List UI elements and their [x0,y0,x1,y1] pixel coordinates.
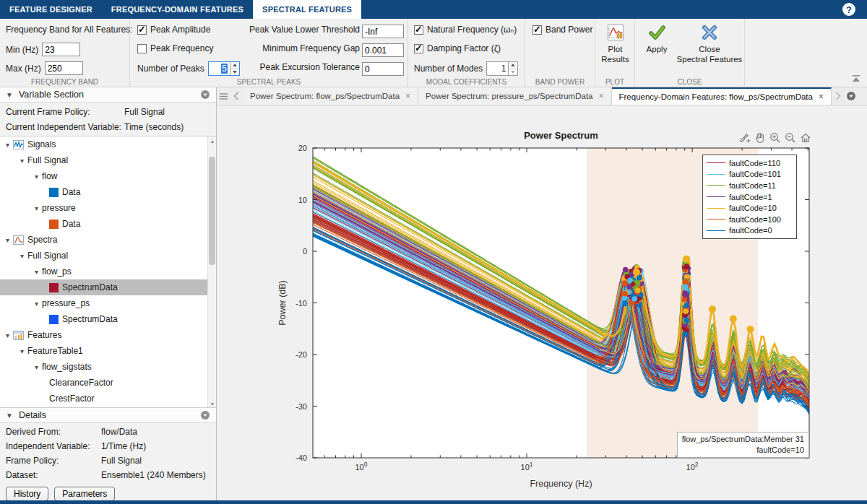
tree-item-pressure[interactable]: ▾pressure [0,200,216,216]
max-hz-field[interactable] [45,61,83,75]
tree-item-flow-sigstats[interactable]: ▾flow_sigstats [0,359,216,375]
expander-icon[interactable]: ▾ [35,204,38,212]
expander-icon[interactable]: ▾ [20,252,24,260]
zoom-in-icon[interactable] [769,131,781,144]
section-spectral-peaks: Peak Amplitude Peak Frequency Number of … [130,19,408,87]
expander-icon[interactable]: ▾ [6,331,9,339]
zoom-out-icon[interactable] [784,131,796,144]
power-spectrum-figure[interactable]: 10010110220100-10-20-30-40Power Spectrum… [217,105,867,500]
tree-item-full-signal[interactable]: ▾Full Signal [0,152,216,168]
variable-section-header[interactable]: ▼ Variable Section [0,87,216,103]
help-icon[interactable]: ? [842,3,855,16]
close-spectral-features-button[interactable]: CloseSpectral Features [676,23,743,64]
tree-item-spectrumdata[interactable]: SpectrumData [0,279,216,295]
tabs-scroll-right-icon[interactable] [832,87,845,105]
data-tip-faultcode: faultCode=10 [682,445,804,456]
frequency-band-section-label: FREQUENCY BAND [0,78,129,86]
expander-icon[interactable]: ▾ [35,300,38,308]
close-x-icon [700,23,719,42]
damping-factor-checkbox[interactable] [414,44,423,53]
expander-icon[interactable]: ▾ [20,157,24,165]
expander-icon[interactable]: ▾ [20,347,24,355]
document-tab[interactable]: Power Spectrum: pressure_ps/SpectrumData… [418,87,611,105]
tree-item-full-signal[interactable]: ▾Full Signal [0,248,216,264]
data-tip[interactable]: flow_ps/SpectrumData:Member 31 faultCode… [677,432,809,458]
tree-item-featuretable1[interactable]: ▾FeatureTable1 [0,343,216,359]
chart-title: Power Spectrum [524,130,598,141]
legend-label: faultCode=110 [729,159,780,168]
collapse-toolstrip-icon[interactable] [851,74,861,82]
tree-item-spectra[interactable]: ▾Spectra [0,232,216,248]
tabs-scroll-left-icon[interactable] [230,87,243,105]
tree-item-data[interactable]: Data [0,216,216,232]
tree-item-pressure-ps[interactable]: ▾pressure_ps [0,295,216,311]
peak-excursion-field[interactable] [362,62,404,76]
plot-legend[interactable]: faultCode=110faultCode=101faultCode=11fa… [702,155,797,239]
tree-item-signals[interactable]: ▾Signals [0,136,216,152]
ribbon-tab-frequency-domain-features[interactable]: FREQUENCY-DOMAIN FEATURES [102,0,253,19]
document-tab[interactable]: Power Spectrum: flow_ps/SpectrumData× [243,87,418,105]
band-power-checkbox[interactable] [532,25,542,35]
plot-results-icon [606,23,625,42]
peak-threshold-label: Peak Value Lower Threshold [249,25,360,35]
plot-results-button[interactable]: PlotResults [595,23,635,64]
details-header[interactable]: ▼ Details [0,408,216,423]
expander-icon[interactable]: ▾ [6,236,9,244]
tree-item-spectrumdata[interactable]: SpectrumData [0,311,216,327]
tree-item-clearancefactor[interactable]: ClearanceFactor [0,375,216,391]
tree-item-label: pressure [42,203,76,213]
signals-icon [13,140,24,149]
close-tab-icon[interactable]: × [819,92,824,102]
min-frequency-gap-field[interactable] [362,43,404,57]
detail-label: Independent Variable: [6,441,101,451]
number-of-modes-stepper[interactable]: 1 [486,61,518,76]
tree-item-crestfactor[interactable]: CrestFactor [0,391,216,407]
detail-value: Ensemble1 (240 Members) [101,470,206,480]
tree-item-data[interactable]: Data [0,184,216,200]
color-swatch [49,315,59,324]
collapse-arrow-icon[interactable]: ▼ [6,412,13,420]
features-icon [13,331,24,340]
home-icon[interactable] [799,131,811,144]
export-plot-icon[interactable] [738,131,751,144]
legend-line-swatch [707,208,725,209]
tree-item-label: SpectrumData [62,314,118,324]
tree-item-label: flow_sigstats [42,362,92,372]
stepper-up-icon[interactable] [509,62,517,69]
scrollbar-thumb[interactable] [209,157,215,265]
pan-icon[interactable] [754,131,766,144]
document-list-icon[interactable] [217,87,230,105]
natural-frequency-label: Natural Frequency (ωₙ) [427,25,517,35]
history-button[interactable]: History [6,487,48,501]
tree-item-label: Data [62,187,80,197]
ribbon-tab-spectral-features[interactable]: SPECTRAL FEATURES [253,0,361,19]
min-hz-field[interactable] [42,43,80,56]
tree-item-label: Features [27,330,61,340]
peak-threshold-field[interactable] [362,25,404,38]
tab-options-icon[interactable] [845,87,858,105]
stepper-down-icon[interactable] [509,69,517,76]
collapse-arrow-icon[interactable]: ▼ [6,91,13,99]
panel-options-icon[interactable] [200,90,210,100]
tree-item-features[interactable]: ▾Features [0,327,216,343]
natural-frequency-checkbox[interactable] [414,25,423,35]
close-tab-icon[interactable]: × [599,91,604,101]
tree-item-flow-ps[interactable]: ▾flow_ps [0,264,216,279]
section-plot: PlotResults PLOT [595,19,635,87]
expander-icon[interactable]: ▾ [35,268,38,276]
parameters-button[interactable]: Parameters [54,487,115,501]
tree-item-label: Full Signal [27,251,68,261]
tree-item-label: flow [42,171,57,181]
tree-item-flow[interactable]: ▾flow [0,168,216,184]
panel-options-icon[interactable] [200,410,210,420]
expander-icon[interactable]: ▾ [6,141,9,149]
legend-label: faultCode=101 [729,170,781,178]
expander-icon[interactable]: ▾ [35,173,38,181]
legend-entry: faultCode=110 [707,157,793,169]
apply-button[interactable]: Apply [638,23,676,54]
spectra-icon [13,235,24,245]
document-tab[interactable]: Frequency-Domain Features: flow_ps/Spect… [612,87,832,105]
close-tab-icon[interactable]: × [405,91,410,101]
expander-icon[interactable]: ▾ [35,363,38,371]
ribbon-tab-feature-designer[interactable]: FEATURE DESIGNER [0,0,102,19]
